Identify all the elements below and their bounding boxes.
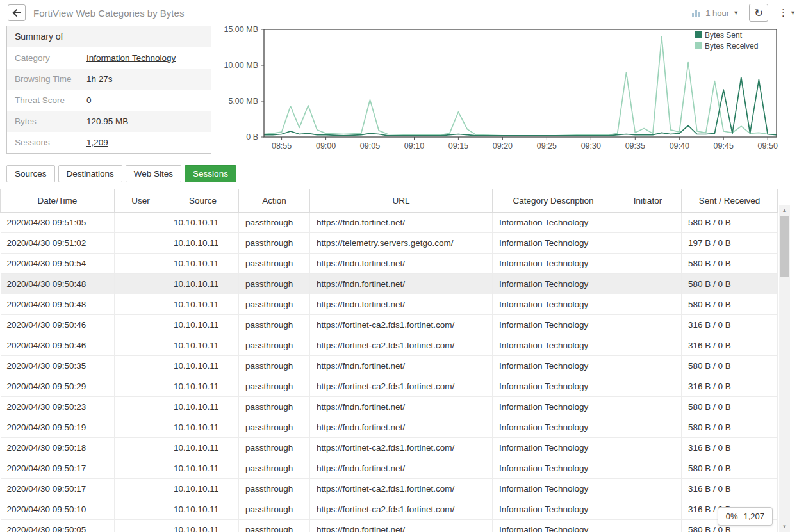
cell-sent-received: 197 B / 0 B: [682, 233, 778, 254]
more-options-button[interactable]: ⋮ ▼: [778, 6, 796, 20]
summary-value-bytes[interactable]: 120.95 MB: [86, 117, 128, 126]
vertical-scrollbar[interactable]: ▲ ▼: [779, 205, 790, 532]
cell-category-description: Information Technology: [493, 233, 614, 254]
x-axis-tick-label: 09:35: [625, 141, 645, 150]
cell-date-time: 2020/04/30 09:50:18: [1, 438, 115, 458]
summary-value-sessions[interactable]: 1,209: [86, 138, 108, 147]
cell-sent-received: 580 B / 0 B: [682, 294, 778, 315]
x-axis-tick-label: 09:45: [714, 141, 734, 150]
summary-label: Threat Score: [15, 95, 86, 105]
tab-sources[interactable]: Sources: [6, 165, 55, 182]
column-header-initiator[interactable]: Initiator: [614, 189, 682, 213]
summary-label: Category: [15, 53, 86, 63]
cell-date-time: 2020/04/30 09:50:48: [1, 274, 115, 294]
time-range-dropdown[interactable]: 1 hour ▼: [691, 8, 739, 18]
cell-source: 10.10.10.11: [167, 315, 239, 335]
legend-swatch-bytes-sent: [695, 31, 702, 38]
cell-url: https://fndn.fortinet.net/: [310, 356, 493, 376]
x-axis-tick-label: 09:40: [670, 141, 689, 150]
column-header-url[interactable]: URL: [310, 189, 493, 213]
tab-web-sites[interactable]: Web Sites: [126, 165, 181, 182]
legend-label-bytes-received: Bytes Received: [705, 42, 758, 51]
table-row[interactable]: 2020/04/30 09:50:1710.10.10.11passthroug…: [1, 479, 778, 499]
cell-category-description: Information Technology: [493, 397, 614, 417]
x-axis-tick-label: 09:15: [448, 141, 468, 150]
cell-user: [115, 458, 167, 479]
cell-action: passthrough: [239, 233, 310, 254]
y-axis-tick-label: 10.00 MB: [224, 61, 258, 70]
column-header-date-time[interactable]: Date/Time: [1, 189, 115, 213]
cell-action: passthrough: [239, 438, 310, 458]
timeline-chart-icon: [691, 8, 702, 17]
cell-url: https://fndn.fortinet.net/: [310, 417, 493, 438]
cell-sent-received: 580 B / 0 B: [682, 458, 778, 479]
top-toolbar: FortiView Web Categories by Bytes 1 hour…: [0, 0, 806, 26]
summary-panel-title: Summary of: [7, 26, 211, 47]
scrollbar-track[interactable]: [779, 277, 790, 521]
table-row[interactable]: 2020/04/30 09:50:3510.10.10.11passthroug…: [1, 356, 778, 376]
cell-date-time: 2020/04/30 09:50:48: [1, 294, 115, 315]
table-row[interactable]: 2020/04/30 09:50:0510.10.10.11passthroug…: [1, 520, 778, 532]
cell-sent-received: 580 B / 0 B: [682, 356, 778, 376]
table-row[interactable]: 2020/04/30 09:50:5410.10.10.11passthroug…: [1, 254, 778, 274]
table-row[interactable]: 2020/04/30 09:50:1810.10.10.11passthroug…: [1, 438, 778, 458]
drilldown-tabs: SourcesDestinationsWeb SitesSessions: [6, 165, 806, 182]
cell-date-time: 2020/04/30 09:50:54: [1, 254, 115, 274]
cell-url: https://fndn.fortinet.net/: [310, 213, 493, 233]
refresh-icon: ↻: [754, 8, 763, 19]
table-row[interactable]: 2020/04/30 09:50:1010.10.10.11passthroug…: [1, 499, 778, 520]
summary-rows: CategoryInformation TechnologyBrowsing T…: [7, 47, 211, 153]
x-axis-tick-label: 09:25: [537, 141, 557, 150]
cell-category-description: Information Technology: [493, 213, 614, 233]
back-button[interactable]: [8, 4, 26, 21]
summary-value-threat-score[interactable]: 0: [86, 95, 92, 105]
column-header-source[interactable]: Source: [167, 189, 239, 213]
scrollbar-thumb[interactable]: [780, 216, 789, 277]
table-row[interactable]: 2020/04/30 09:50:4610.10.10.11passthroug…: [1, 315, 778, 335]
table-row[interactable]: 2020/04/30 09:50:1710.10.10.11passthroug…: [1, 458, 778, 479]
loading-status-badge: 0% 1,207: [718, 507, 773, 526]
legend-label-bytes-sent: Bytes Sent: [705, 31, 743, 40]
cell-initiator: [614, 254, 682, 274]
cell-action: passthrough: [239, 499, 310, 520]
cell-action: passthrough: [239, 479, 310, 499]
x-axis-tick-label: 09:50: [758, 141, 778, 150]
page-title: FortiView Web Categories by Bytes: [33, 8, 184, 19]
cell-url: https://fndn.fortinet.net/: [310, 520, 493, 532]
cell-category-description: Information Technology: [493, 315, 614, 335]
tab-destinations[interactable]: Destinations: [58, 165, 122, 182]
column-header-sent-received[interactable]: Sent / Received: [682, 189, 778, 213]
cell-action: passthrough: [239, 356, 310, 376]
cell-url: https://fortinet-ca2.fds1.fortinet.com/: [310, 479, 493, 499]
refresh-button[interactable]: ↻: [749, 4, 768, 22]
scrollbar-down-button[interactable]: ▼: [779, 521, 790, 532]
table-row[interactable]: 2020/04/30 09:50:4810.10.10.11passthroug…: [1, 294, 778, 315]
table-row[interactable]: 2020/04/30 09:50:2310.10.10.11passthroug…: [1, 397, 778, 417]
table-row[interactable]: 2020/04/30 09:50:2910.10.10.11passthroug…: [1, 376, 778, 397]
cell-user: [115, 417, 167, 438]
cell-user: [115, 335, 167, 356]
table-row[interactable]: 2020/04/30 09:50:4810.10.10.11passthroug…: [1, 274, 778, 294]
cell-category-description: Information Technology: [493, 417, 614, 438]
summary-row-threat-score: Threat Score0: [7, 90, 211, 111]
tab-sessions[interactable]: Sessions: [185, 165, 236, 182]
arrow-left-icon: [12, 8, 22, 17]
cell-source: 10.10.10.11: [167, 294, 239, 315]
column-header-category-description[interactable]: Category Description: [493, 189, 614, 213]
cell-category-description: Information Technology: [493, 499, 614, 520]
cell-sent-received: 580 B / 0 B: [682, 417, 778, 438]
scrollbar-up-button[interactable]: ▲: [779, 205, 790, 216]
summary-value-category[interactable]: Information Technology: [86, 53, 176, 63]
cell-date-time: 2020/04/30 09:50:35: [1, 356, 115, 376]
x-axis-tick-label: 08:55: [272, 141, 292, 150]
x-axis-tick-label: 09:30: [581, 141, 601, 150]
table-row[interactable]: 2020/04/30 09:51:0510.10.10.11passthroug…: [1, 213, 778, 233]
column-header-action[interactable]: Action: [239, 189, 310, 213]
cell-url: https://fortinet-ca2.fds1.fortinet.com/: [310, 499, 493, 520]
table-row[interactable]: 2020/04/30 09:50:1910.10.10.11passthroug…: [1, 417, 778, 438]
cell-category-description: Information Technology: [493, 376, 614, 397]
table-row[interactable]: 2020/04/30 09:51:0210.10.10.11passthroug…: [1, 233, 778, 254]
column-header-user[interactable]: User: [115, 189, 167, 213]
cell-initiator: [614, 294, 682, 315]
table-row[interactable]: 2020/04/30 09:50:4610.10.10.11passthroug…: [1, 335, 778, 356]
